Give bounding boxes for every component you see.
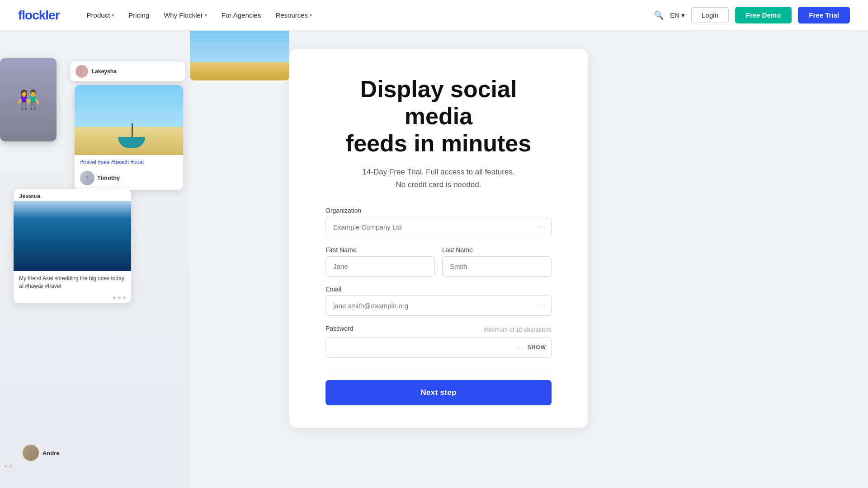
email-field-group: Email ··· [326,286,552,316]
andre-name: Andre [42,450,60,456]
last-name-input[interactable] [442,256,552,277]
last-name-field-group: Last Name [442,246,552,277]
organization-field-group: Organization ··· [326,207,552,237]
email-input[interactable] [326,296,552,316]
password-dots-icon: ··· [516,344,524,351]
nav-resources[interactable]: Resources ▾ [275,11,312,19]
person-overlay-lakeysha: L Lakeysha [70,61,185,81]
organization-label: Organization [326,207,552,214]
top-image-strip [190,31,289,80]
nav-why-flockler[interactable]: Why Flockler ▾ [164,11,207,19]
show-password-button[interactable]: SHOW [528,344,546,351]
main-content: 👫 L Lakeysha #travel #sea #beach #boat T… [0,31,868,488]
wave-card-dots [14,295,131,303]
andre-profile: A Andre [23,445,60,461]
beach-card-hashtags: #travel #sea #beach #boat [75,155,183,171]
timothy-avatar: T [80,171,94,185]
email-label: Email [326,286,552,293]
login-button[interactable]: Login [691,7,729,23]
bottom-dots [5,465,12,468]
right-spacer [687,31,868,488]
form-divider [326,369,552,369]
password-field-group: Password Minimum of 10 characters ··· SH… [326,325,552,358]
wave-card-text: My friend Axel shredding the big ones to… [14,271,131,295]
nav-for-agencies[interactable]: For Agencies [222,11,261,19]
search-icon[interactable]: 🔍 [654,10,664,20]
last-name-label: Last Name [442,246,552,253]
lang-chevron-icon: ▾ [681,11,685,19]
form-headline: Display social media feeds in minutes [326,76,552,157]
brand-logo[interactable]: flockler [18,8,60,23]
first-name-label: First Name [326,246,435,253]
sky-image [190,31,289,62]
nav-product[interactable]: Product ▾ [87,11,114,19]
form-area: Display social media feeds in minutes 14… [190,31,687,488]
social-feed-mockup: 👫 L Lakeysha #travel #sea #beach #boat T… [0,31,190,488]
organization-input[interactable] [326,217,552,237]
next-step-button[interactable]: Next step [326,380,552,405]
wave-card: Jessica My friend Axel shredding the big… [14,189,131,303]
free-trial-button[interactable]: Free Trial [798,7,850,23]
name-fields-row: First Name Last Name [326,246,552,286]
lakeysha-avatar: L [75,65,88,78]
beach-card: #travel #sea #beach #boat T Timothy [75,85,183,190]
lakeysha-name: Lakeysha [92,68,117,75]
nav-links: Product ▾ Pricing Why Flockler ▾ For Age… [87,11,654,19]
first-name-input[interactable] [326,256,435,277]
why-flockler-chevron-icon: ▾ [205,13,207,18]
timothy-name: Timothy [97,174,120,181]
couple-image-card: 👫 [0,58,57,141]
password-label: Password [326,325,353,332]
form-subtext: 14-Day Free Trial. Full access to all fe… [326,166,552,190]
nav-pricing[interactable]: Pricing [128,11,149,19]
signup-form-container: Display social media feeds in minutes 14… [289,49,588,428]
andre-avatar: A [23,445,39,461]
organization-dots-icon: ··· [538,223,546,230]
free-demo-button[interactable]: Free Demo [735,7,792,23]
navbar: flockler Product ▾ Pricing Why Flockler … [0,0,868,31]
sand-image [190,62,289,80]
resources-chevron-icon: ▾ [310,13,312,18]
first-name-field-group: First Name [326,246,435,277]
jessica-label: Jessica [14,189,131,201]
nav-actions: 🔍 EN ▾ Login Free Demo Free Trial [654,7,850,23]
product-chevron-icon: ▾ [112,13,114,18]
password-hint: Minimum of 10 characters [484,326,552,333]
email-dots-icon: ··· [538,302,546,309]
language-selector[interactable]: EN ▾ [670,11,685,19]
